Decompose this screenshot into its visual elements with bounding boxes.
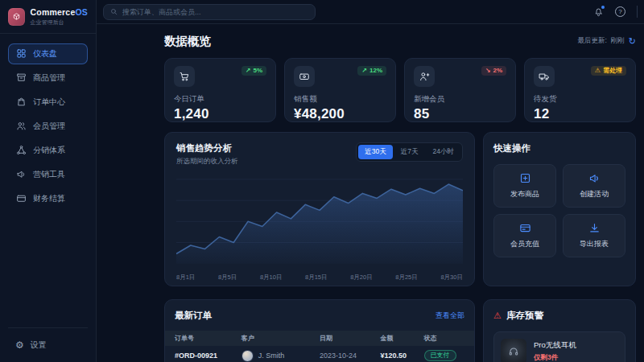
- members-icon: [16, 121, 27, 131]
- x-axis-labels: 8月1日 8月5日 8月10日 8月15日 8月20日 8月25日 8月30日: [176, 274, 463, 283]
- sidebar: CommerceOS 企业管理后台 仪表盘 商品管理 订单中心 会员管理 分销体…: [0, 0, 97, 362]
- app-title: CommerceOS: [31, 7, 88, 18]
- order-status: 已支付: [424, 350, 464, 361]
- stat-value: 12: [534, 106, 626, 122]
- megaphone-icon: [588, 172, 601, 184]
- distribution-icon: [16, 145, 27, 155]
- last-updated: 最后更新: 刚刚 ↻: [577, 36, 636, 46]
- stat-label: 销售额: [294, 94, 386, 105]
- chart-subtitle: 所选期间的收入分析: [176, 157, 238, 167]
- product-thumbnail: [501, 339, 526, 362]
- search-icon: [110, 8, 118, 15]
- topbar: ?: [97, 0, 644, 24]
- topbar-divider: [637, 6, 638, 18]
- range-selector: 近30天 近7天 24小时: [356, 142, 463, 162]
- finance-icon: [16, 193, 27, 204]
- sidebar-item-marketing[interactable]: 营销工具: [8, 164, 88, 185]
- app-logo: CommerceOS 企业管理后台: [0, 0, 96, 33]
- inventory-title: ⚠ 库存预警: [493, 310, 625, 322]
- products-icon: [16, 72, 27, 83]
- download-icon: [588, 222, 601, 234]
- headphones-icon: [508, 346, 519, 357]
- global-search[interactable]: [103, 4, 316, 20]
- main-area: ? 数据概览 最后更新: 刚刚 ↻ ↗5% 今日订单 1,240: [97, 0, 644, 362]
- sidebar-item-orders[interactable]: 订单中心: [8, 92, 88, 113]
- status-badge: 已支付: [424, 350, 456, 361]
- user-plus-icon: [414, 66, 435, 87]
- stock-warning: 仅剩3件: [534, 353, 576, 362]
- order-customer: J. Smith: [242, 350, 320, 362]
- col-order-id: 订单号: [175, 334, 242, 343]
- orders-table-header: 订单号 客户 日期 金额 状态: [165, 331, 474, 346]
- sidebar-footer: ⚙ 设置: [0, 319, 96, 362]
- col-amount: 金额: [381, 334, 424, 343]
- trend-badge: ↗5%: [242, 66, 266, 76]
- gear-icon: ⚙: [15, 340, 24, 350]
- member-recharge-button[interactable]: 会员充值: [493, 214, 556, 257]
- col-date: 日期: [320, 334, 381, 343]
- range-24h-button[interactable]: 24小时: [427, 145, 460, 159]
- publish-product-button[interactable]: 发布商品: [493, 164, 556, 208]
- topbar-actions: ?: [593, 6, 638, 18]
- sidebar-item-dashboard[interactable]: 仪表盘: [8, 43, 88, 64]
- create-campaign-button[interactable]: 创建活动: [563, 164, 625, 208]
- range-7d-button[interactable]: 近7天: [394, 145, 425, 159]
- view-all-link[interactable]: 查看全部: [436, 311, 464, 321]
- sidebar-item-settings[interactable]: ⚙ 设置: [8, 336, 88, 354]
- avatar: [242, 350, 254, 362]
- stat-label: 待发货: [534, 94, 626, 105]
- page-title: 数据概览: [164, 34, 211, 49]
- table-row[interactable]: #ORD-00921 J. Smith 2023-10-24 ¥120.50 已…: [165, 346, 474, 362]
- sales-trend-panel: 销售趋势分析 所选期间的收入分析 近30天 近7天 24小时 8月1日 8月5日…: [164, 132, 475, 286]
- trend-badge: ↗12%: [357, 66, 386, 76]
- warning-icon: ⚠: [595, 68, 601, 74]
- sidebar-item-finance[interactable]: 财务结算: [8, 188, 88, 209]
- search-input[interactable]: [122, 8, 308, 16]
- bottom-row: 最新订单 查看全部 订单号 客户 日期 金额 状态 #ORD-00921 J. …: [164, 299, 636, 362]
- stat-cards: ↗5% 今日订单 1,240 ↗12% 销售额 ¥48,200 ↘2% 新增会员: [164, 58, 636, 122]
- help-icon[interactable]: ?: [615, 6, 625, 17]
- middle-row: 销售趋势分析 所选期间的收入分析 近30天 近7天 24小时 8月1日 8月5日…: [164, 132, 636, 286]
- warning-triangle-icon: ⚠: [493, 311, 502, 321]
- stat-label: 今日订单: [174, 94, 266, 105]
- order-id: #ORD-00921: [175, 352, 242, 360]
- orders-title: 最新订单: [175, 310, 212, 322]
- orders-icon: [16, 97, 27, 107]
- refresh-icon[interactable]: ↻: [629, 37, 636, 46]
- app-subtitle: 企业管理后台: [31, 19, 88, 27]
- trend-badge: ↘2%: [481, 66, 506, 76]
- chart-title: 销售趋势分析: [176, 142, 238, 154]
- trend-up-icon: ↗: [246, 68, 251, 74]
- dashboard-icon: [16, 48, 27, 59]
- chart-header: 销售趋势分析 所选期间的收入分析 近30天 近7天 24小时: [176, 142, 463, 167]
- quick-actions-title: 快速操作: [493, 142, 625, 154]
- notification-bell-icon[interactable]: [593, 6, 604, 17]
- app-logo-icon: [8, 8, 25, 26]
- cart-icon: [174, 66, 195, 87]
- credit-card-icon: [519, 222, 531, 234]
- export-report-button[interactable]: 导出报表: [563, 214, 625, 257]
- sidebar-footer-divider: [8, 327, 88, 328]
- stat-card-today-orders: ↗5% 今日订单 1,240: [164, 58, 276, 122]
- sidebar-item-products[interactable]: 商品管理: [8, 68, 88, 88]
- trend-up-icon: ↗: [361, 68, 367, 74]
- warning-badge: ⚠需处理: [591, 66, 626, 76]
- stat-card-sales: ↗12% 销售额 ¥48,200: [284, 58, 396, 122]
- plus-square-icon: [519, 172, 531, 184]
- stat-value: 1,240: [174, 106, 266, 122]
- col-customer: 客户: [242, 334, 320, 343]
- trend-down-icon: ↘: [485, 68, 491, 74]
- stat-value: 85: [414, 106, 506, 122]
- sidebar-item-members[interactable]: 会员管理: [8, 116, 88, 137]
- sales-trend-chart: 8月1日 8月5日 8月10日 8月15日 8月20日 8月25日 8月30日: [176, 173, 463, 283]
- order-date: 2023-10-24: [320, 352, 381, 360]
- inventory-alert-panel: ⚠ 库存预警 Pro无线耳机 仅剩3件: [483, 299, 636, 362]
- sidebar-item-distribution[interactable]: 分销体系: [8, 140, 88, 161]
- marketing-icon: [16, 169, 27, 179]
- dashboard-content: 数据概览 最后更新: 刚刚 ↻ ↗5% 今日订单 1,240 ↗12%: [97, 24, 644, 362]
- range-30d-button[interactable]: 近30天: [358, 145, 392, 159]
- inventory-item[interactable]: Pro无线耳机 仅剩3件: [493, 331, 625, 362]
- notification-dot: [601, 6, 605, 9]
- area-chart-canvas: [176, 173, 463, 270]
- stat-label: 新增会员: [414, 94, 506, 105]
